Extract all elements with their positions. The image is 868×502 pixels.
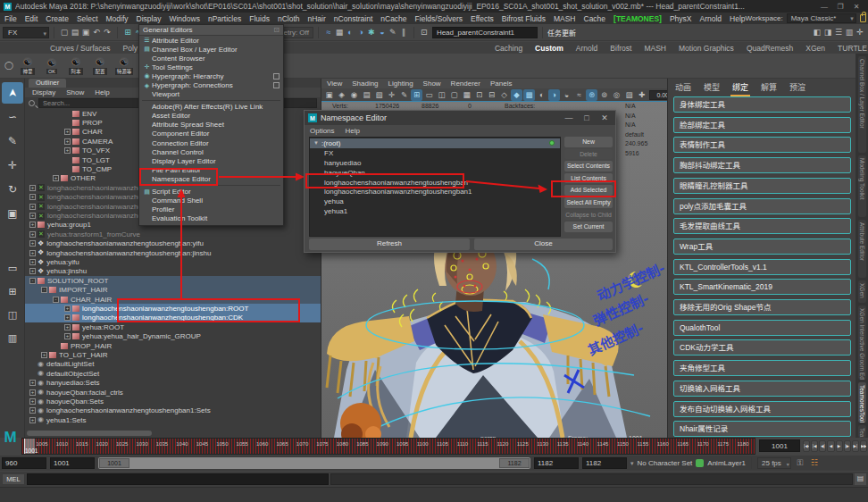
shelf-tab-custom[interactable]: Custom <box>535 44 563 53</box>
tools-tab-item[interactable]: 动画 <box>673 80 693 96</box>
outliner-row-yehua-yehua-hair-dynamic-group[interactable]: +yehua:yehua_hair_Dynamic_GROUP <box>25 332 321 341</box>
render-settings-icon[interactable]: ✱ <box>366 27 377 38</box>
outliner-persp-layout[interactable]: ▥ <box>2 327 23 348</box>
shaded-icon[interactable]: ◆ <box>511 89 522 101</box>
animation-end-field[interactable]: 1182 <box>582 457 627 469</box>
fps-dropdown[interactable]: 25 fps <box>757 457 791 469</box>
step-back-frame-button[interactable]: ◀| <box>819 440 826 452</box>
outliner-tab[interactable]: Outliner <box>29 79 66 88</box>
expand-icon[interactable]: + <box>64 129 71 135</box>
bookmarks-icon[interactable]: ▤ <box>361 89 372 101</box>
time-slider[interactable]: 1005101010151020102510301035104010451050… <box>21 438 755 455</box>
collapse-icon[interactable]: - <box>41 287 47 293</box>
camera-attributes-icon[interactable]: ◉ <box>348 89 360 101</box>
menu-select[interactable]: Select <box>77 14 98 23</box>
sidebar-tab-xgen[interactable]: XGen <box>858 280 866 304</box>
dialog-minimize-button[interactable]: — <box>562 113 576 122</box>
move-tool[interactable]: ✛ <box>2 155 23 176</box>
outliner-row-char-hair[interactable]: -CHAR_HAIR <box>25 295 321 304</box>
animation-preferences-icon[interactable]: ☷ <box>809 457 820 469</box>
animation-start-field[interactable]: 960 <box>2 457 46 469</box>
tool-button-nhair[interactable]: Nhair属性记录 <box>673 421 851 437</box>
play-forwards-button[interactable]: ▶ <box>836 440 843 452</box>
open-render-view-icon[interactable]: ▦ <box>334 27 345 38</box>
menu-item-asset-editor[interactable]: Asset Editor <box>139 112 283 121</box>
expand-icon[interactable]: + <box>29 259 36 265</box>
auto-keyframe-icon[interactable]: ⚿ <box>795 457 805 469</box>
shelf-tab-bifrost[interactable]: Bifrost <box>610 44 631 53</box>
dialog-title-bar[interactable]: M Namespace Editor — □ ✕ <box>305 111 615 125</box>
scale-tool[interactable]: ▣ <box>2 203 23 224</box>
grease-pencil-icon[interactable]: ✎ <box>398 89 410 101</box>
expand-icon[interactable]: + <box>64 333 71 339</box>
viewport-menu-lighting[interactable]: Lighting <box>388 79 413 88</box>
go-to-end-button[interactable]: ▶▶| <box>860 440 867 452</box>
shelf-tab-curves-surfaces[interactable]: Curves / Surfaces <box>50 44 111 53</box>
two-pane-layout[interactable]: ◫ <box>2 304 23 325</box>
outliner-row-yehua-transform1-fromcurve[interactable]: +✕yehua:transform1_fromCurve <box>25 230 321 238</box>
shadows-icon[interactable]: ◑ <box>548 89 560 101</box>
menu-physx[interactable]: PhysX <box>670 14 692 23</box>
shelf-tab-turtle[interactable]: TURTLE <box>838 44 867 53</box>
viewport-menu-view[interactable]: View <box>327 79 342 88</box>
set-current-button[interactable]: Set Current <box>564 222 613 232</box>
outliner-menu-display[interactable]: Display <box>32 88 55 96</box>
go-to-start-button[interactable]: |◀◀ <box>803 440 810 452</box>
shelf-item-item[interactable]: ☯神里 <box>17 54 38 78</box>
new-scene-icon[interactable]: ▢ <box>59 27 70 38</box>
step-back-key-button[interactable]: |◀ <box>811 440 818 452</box>
namespace-row-longhaochenshaonianwanzhengtoushengban1[interactable]: longhaochenshaonianwanzhengtoushengban1 <box>310 188 560 197</box>
lights-icon[interactable]: ◐ <box>536 89 547 101</box>
step-forward-frame-button[interactable]: |▶ <box>844 440 851 452</box>
menu-help[interactable]: Help <box>730 14 745 23</box>
command-input[interactable] <box>27 473 329 485</box>
construction-history-icon[interactable]: ≈ <box>323 27 334 38</box>
outliner-row-haoyueqban-facial-ctrls[interactable]: +◉haoyueQban:facial_ctrls <box>25 388 321 397</box>
select-all-empty-button[interactable]: Select All Empty <box>564 197 613 208</box>
safe-action-icon[interactable]: ⊡ <box>473 89 485 101</box>
shelf-item-item[interactable]: ☯阿本 <box>65 54 87 78</box>
tool-button-qualothtool[interactable]: QualothTool <box>673 320 851 336</box>
menu-edit[interactable]: Edit <box>25 14 38 23</box>
range-slider-track[interactable]: 1001 1182 <box>98 457 530 469</box>
lock-icon[interactable] <box>860 14 866 22</box>
textured-icon[interactable]: ▩ <box>523 89 535 101</box>
expand-icon[interactable]: + <box>64 305 71 312</box>
outliner-row-longhaochenshaonianwanzhengtoushengban-root[interactable]: +longhaochenshaonianwanzhengtoushengban:… <box>25 304 321 313</box>
expand-icon[interactable]: + <box>64 138 71 145</box>
expand-icon[interactable]: + <box>29 398 36 405</box>
snap-grid-icon[interactable]: ⊞ <box>122 27 133 38</box>
menu-cache[interactable]: Cache <box>584 14 606 23</box>
menu-teamones[interactable]: [TEAMONES] <box>613 14 662 23</box>
tool-button-item[interactable]: 眼睛瞳孔控制器工具 <box>673 178 851 194</box>
outliner-row-defaultlightset[interactable]: +◉defaultLightSet <box>25 360 321 369</box>
expand-icon[interactable]: + <box>29 231 36 238</box>
tool-button-item[interactable]: 脸部绑定工具 <box>673 117 851 133</box>
film-gate-icon[interactable]: ▭ <box>423 89 435 101</box>
sidebar-tab-attribute-editor[interactable]: Attribute Editor <box>858 220 866 278</box>
isolate-select-icon[interactable]: ◎ <box>611 89 622 101</box>
menu-item-hypergraph-connections[interactable]: ◈Hypergraph: Connections <box>139 80 283 89</box>
checkbox-icon[interactable] <box>273 73 280 79</box>
outliner-hscrollbar[interactable] <box>27 431 152 436</box>
workspace-dropdown[interactable]: Maya Classic* <box>787 13 856 23</box>
tearoff-icon[interactable]: ⊡ <box>273 25 280 35</box>
menu-display[interactable]: Display <box>137 14 162 23</box>
menu-item-attribute-editor[interactable]: ☰Attribute Editor <box>139 36 283 45</box>
dialog-maximize-button[interactable]: □ <box>580 113 594 122</box>
outliner-row-solution-root[interactable]: -SOLUTION_ROOT <box>25 276 321 285</box>
menu-item-channel-control[interactable]: Channel Control <box>139 147 283 156</box>
outliner-row-import-hair[interactable]: -IMPORT_HAIR <box>25 286 321 295</box>
tool-button-item[interactable]: 身体绑定工具 <box>673 96 851 113</box>
namespace-row-yehua1[interactable]: yehua1 <box>310 206 560 216</box>
tools-tab-item[interactable]: 解算 <box>759 80 779 96</box>
launch-ipr-icon[interactable]: ◒ <box>377 27 388 38</box>
expand-icon[interactable]: + <box>64 324 71 330</box>
tool-button-ktl-smartkinematic-2019[interactable]: KTL_SmartKinematic_2019 <box>673 279 851 295</box>
shelf-tab-mash[interactable]: MASH <box>644 44 666 53</box>
hypershade-icon[interactable]: ◨ <box>822 27 833 38</box>
undo-icon[interactable]: ↶ <box>91 27 102 38</box>
ipr-render-icon[interactable]: ◑ <box>355 27 366 38</box>
menu-create[interactable]: Create <box>46 14 69 23</box>
character-set-label[interactable]: No Character Set <box>638 459 693 467</box>
